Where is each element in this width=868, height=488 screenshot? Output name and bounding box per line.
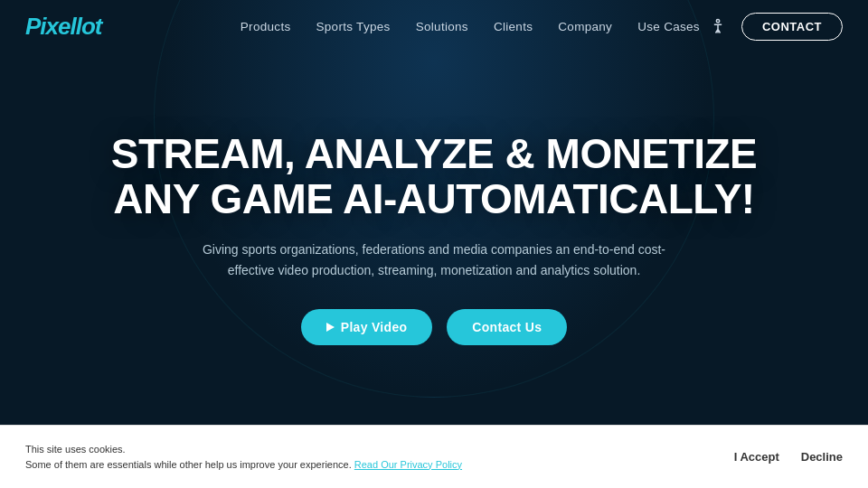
logo[interactable]: Pixellot: [25, 13, 101, 41]
cookie-text: This site uses cookies. Some of them are…: [25, 442, 716, 472]
nav-links: Products Sports Types Solutions Clients …: [241, 18, 700, 34]
hero-title: STREAM, ANALYZE & MONETIZE ANY GAME AI-A…: [108, 132, 760, 221]
hero-section: STREAM, ANALYZE & MONETIZE ANY GAME AI-A…: [0, 52, 868, 425]
cookie-banner: This site uses cookies. Some of them are…: [0, 425, 868, 488]
cookie-line2: Some of them are essentials while other …: [25, 457, 716, 473]
contact-button[interactable]: CONTACT: [741, 13, 843, 41]
decline-cookies-button[interactable]: Decline: [801, 450, 843, 464]
nav-item-company[interactable]: Company: [558, 18, 612, 34]
nav-item-use-cases[interactable]: Use Cases: [637, 18, 700, 34]
nav-item-sports-types[interactable]: Sports Types: [316, 18, 391, 34]
nav-item-clients[interactable]: Clients: [494, 18, 533, 34]
play-video-button[interactable]: Play Video: [301, 309, 433, 345]
privacy-policy-link[interactable]: Read Our Privacy Policy: [354, 459, 462, 470]
hero-buttons: Play Video Contact Us: [301, 309, 567, 345]
nav-item-solutions[interactable]: Solutions: [416, 18, 468, 34]
accessibility-icon[interactable]: [709, 17, 727, 35]
cookie-actions: I Accept Decline: [734, 450, 843, 464]
contact-us-button[interactable]: Contact Us: [447, 309, 567, 345]
logo-text: Pixellot: [25, 13, 101, 40]
contact-us-label: Contact Us: [472, 320, 542, 334]
svg-point-0: [716, 20, 719, 23]
cookie-line1: This site uses cookies.: [25, 442, 716, 457]
play-icon: [326, 323, 335, 332]
nav-item-products[interactable]: Products: [241, 18, 291, 34]
accept-cookies-button[interactable]: I Accept: [734, 450, 779, 464]
play-video-label: Play Video: [341, 320, 408, 334]
navigation: Pixellot Products Sports Types Solutions…: [0, 0, 868, 52]
hero-subtitle: Giving sports organizations, federations…: [199, 239, 669, 280]
